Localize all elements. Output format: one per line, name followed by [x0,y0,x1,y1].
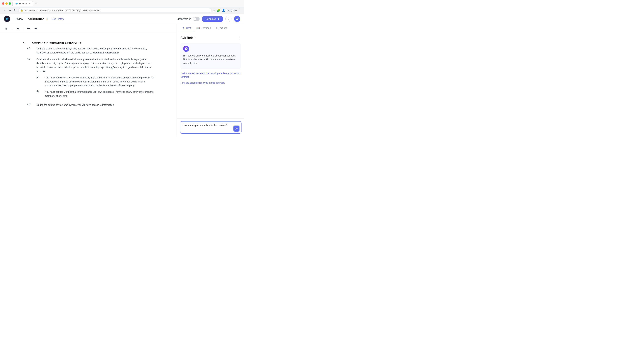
header-right: Clean Version Download ⬇ ? LD [176,16,240,22]
see-history-button[interactable]: See History [52,17,64,20]
typo-highlight: e [111,66,112,69]
tab-close-btn[interactable]: ✕ [29,2,30,5]
right-panel: ✦ Chat 📖 Playbook [ ] Actions Ask Robin … [177,24,244,136]
chat-input[interactable]: How are disputes resolved in this contra… [183,123,233,131]
subsection-4-3-text: During the course of your employment, yo… [36,103,154,107]
download-label: Download [206,17,216,20]
panel-tabs: ✦ Chat 📖 Playbook [ ] Actions [177,24,244,32]
help-button[interactable]: ? [226,16,232,22]
bookmark-button[interactable]: ☆ [213,8,216,12]
toolbar-divider-1 [23,27,23,30]
download-icon: ⬇ [217,17,219,20]
subsection-4-1: 4.1 During the course of your employment… [23,47,154,55]
chat-tab-label: Chat [186,27,191,29]
chat-input-area: How are disputes resolved in this contra… [177,118,244,136]
formatting-toolbar: B i U ⇤ ⇥ [0,24,177,33]
main-layout: B i U ⇤ ⇥ 4 COMPANY INFORMATION & PROPER… [0,24,244,136]
forward-button[interactable]: → [8,8,12,12]
subsection-4-2-text: Confidential Information shall also incl… [36,57,154,73]
chat-tab-icon: ✦ [182,26,185,29]
section-4-title: COMPANY INFORMATION & PROPERTY [32,41,82,44]
incognito-button[interactable]: 👤 Incognito [222,9,237,12]
avatar[interactable]: LD [234,16,240,22]
clean-version-label: Clean Version [176,17,191,20]
back-button[interactable]: ← [3,8,7,12]
url-text: app.robinai.co.uk/review/contract/Q29udH… [24,9,100,11]
clean-version-toggle[interactable] [193,17,200,21]
tab-favicon: 🐦 [15,2,18,5]
playbook-tab-icon: 📖 [196,26,200,29]
doc-title-text: Agreement A [28,17,44,20]
suggestion-1[interactable]: Draft an email to the CEO explaining the… [180,72,241,79]
robin-intro-text: I'm ready to answer questions about your… [183,54,238,65]
new-tab-button[interactable]: + [34,1,38,6]
actions-tab-label: Actions [220,27,228,29]
ask-robin-header: Ask Robin ⋮ [180,36,241,40]
suggestion-2[interactable]: How are disputes resolved in this contra… [180,81,241,85]
robin-logo-icon [184,47,188,50]
subsection-4-2: 4.2 Confidential Information shall also … [23,57,154,100]
panel-chat-content: Ask Robin ⋮ I'm ready to answer question… [177,32,244,118]
robin-message-box: I'm ready to answer questions about your… [180,43,241,69]
menu-button[interactable]: ⋮ [238,8,242,12]
copy-icon[interactable]: 📋 [46,17,48,20]
chat-input-container[interactable]: How are disputes resolved in this contra… [180,121,242,134]
tab-title: Robin AI [19,2,28,5]
tab-playbook[interactable]: 📖 Playbook [194,24,214,32]
logo: 🐦 [4,16,10,22]
actions-tab-icon: [ ] [216,26,218,29]
browser-close-btn[interactable] [2,2,4,5]
section-4-number: 4 [23,41,28,44]
italic-button[interactable]: i [10,26,14,31]
subsection-4-1-num: 4.1 [27,47,33,55]
sub-item-a: (a) You must not disclose, directly or i… [36,76,154,88]
indent-decrease-button[interactable]: ⇤ [26,26,31,31]
app-header: 🐦 Review Agreement A 📋 See History Clean… [0,14,244,24]
playbook-tab-label: Playbook [201,27,211,29]
address-bar[interactable]: 🔒 app.robinai.co.uk/review/contract/Q29u… [18,8,212,12]
sub-item-a-text: You must not disclose, directly or indir… [45,76,154,88]
browser-tab[interactable]: 🐦 Robin AI ✕ [12,1,33,6]
subsection-4-2-num: 4.2 [27,57,33,100]
section-4-header: 4 COMPANY INFORMATION & PROPERTY [23,41,154,44]
toggle-knob [193,17,196,20]
extensions-button[interactable]: 🧩 [217,8,220,12]
logo-image: 🐦 [4,16,10,22]
send-button[interactable] [234,125,240,132]
document-title: Agreement A 📋 [28,17,48,20]
tab-chat[interactable]: ✦ Chat [180,24,194,32]
underline-button[interactable]: U [16,26,20,31]
sub-item-a-label: (a) [36,76,42,88]
browser-max-btn[interactable] [9,2,11,5]
more-options-button[interactable]: ⋮ [238,36,241,40]
sub-item-b-label: (b) [36,90,42,98]
review-button[interactable]: Review [13,16,25,21]
subsection-4-1-text: During the course of your employment, yo… [36,47,154,55]
sub-item-b: (b) You must not use Confidential Inform… [36,90,154,98]
download-button[interactable]: Download ⬇ [202,16,223,22]
indent-increase-button[interactable]: ⇥ [33,26,38,31]
send-icon [235,127,238,130]
document-content[interactable]: 4 COMPANY INFORMATION & PROPERTY 4.1 Dur… [13,33,164,114]
sub-item-b-text: You must not use Confidential Informatio… [45,90,154,98]
editor-area: B i U ⇤ ⇥ 4 COMPANY INFORMATION & PROPER… [0,24,177,136]
browser-min-btn[interactable] [5,2,8,5]
bold-button[interactable]: B [4,26,8,31]
ask-robin-title: Ask Robin [180,36,196,39]
robin-icon [183,46,189,52]
clean-version-toggle-group: Clean Version [176,17,200,21]
subsection-4-3: 4.3 During the course of your employment… [23,103,154,107]
subsection-4-3-num: 4.3 [27,103,33,107]
tab-actions[interactable]: [ ] Actions [213,24,230,32]
lock-icon: 🔒 [20,9,23,11]
reload-button[interactable]: ↻ [14,8,17,12]
